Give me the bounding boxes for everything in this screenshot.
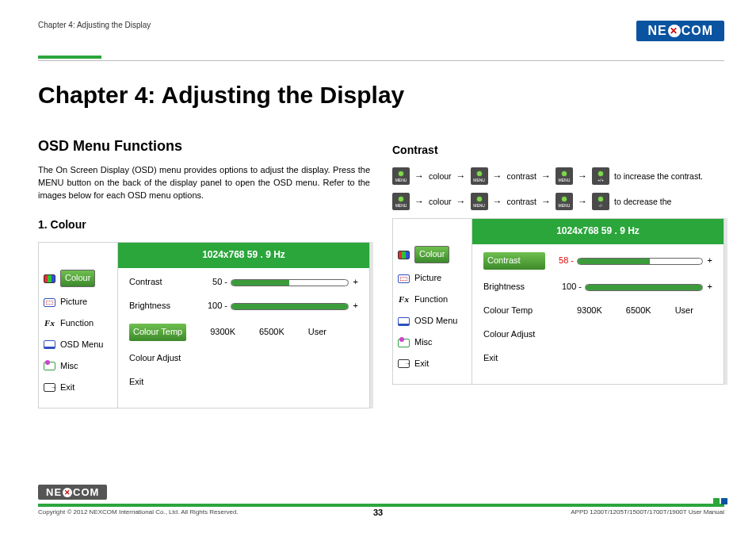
- osd-side-item: Picture: [414, 272, 441, 285]
- osd-row-label: Exit: [129, 376, 199, 389]
- picture-icon: [44, 298, 55, 307]
- menu-button-icon: MENU: [471, 167, 488, 185]
- osd-side-item: Misc: [60, 360, 78, 373]
- osd-side-item: OSD Menu: [414, 315, 457, 328]
- plus-label: +: [353, 276, 358, 289]
- osd-screenshot-colour: Colour Picture FxFunction OSD Menu Misc …: [38, 242, 370, 408]
- plus-label: +: [708, 281, 712, 293]
- osd-row-label: Colour Adjust: [129, 352, 199, 365]
- nav-text: to decrease the: [614, 196, 671, 208]
- osd-header: 1024x768 59 . 9 Hz: [118, 243, 369, 267]
- brightness-slider: [231, 303, 349, 310]
- exit-icon: [44, 383, 55, 392]
- osd-side-item: Exit: [414, 358, 429, 370]
- osd-icon: [44, 340, 55, 349]
- osd-row-label: Contrast: [129, 276, 199, 289]
- nav-sequence-decrease: MENU→ colour→ MENU→ contrast→ MENU→ -/- …: [392, 193, 724, 210]
- osd-icon: [398, 317, 410, 326]
- menu-button-icon: MENU: [471, 193, 488, 210]
- osd-side-item: Picture: [60, 296, 87, 309]
- copyright: Copyright © 2012 NEXCOM International Co…: [38, 508, 239, 516]
- function-icon: Fx: [398, 293, 410, 306]
- osd-side-item: Colour: [414, 246, 449, 263]
- contrast-slider: [231, 279, 349, 286]
- osd-row-value: 50 -: [199, 276, 231, 289]
- function-icon: Fx: [44, 317, 55, 330]
- temp-option: 6500K: [626, 305, 651, 317]
- contrast-slider: [577, 258, 703, 265]
- nav-text: to increase the contrast.: [614, 171, 703, 182]
- colour-icon: [398, 251, 410, 259]
- osd-row-label: Brightness: [483, 281, 553, 293]
- osd-side-item: Function: [60, 317, 94, 330]
- osd-side-item: Function: [414, 293, 448, 306]
- temp-option: User: [308, 326, 326, 339]
- nav-text: contrast: [507, 171, 536, 182]
- plus-label: +: [708, 255, 712, 267]
- osd-row-label: Brightness: [129, 300, 199, 313]
- subsection-heading: 1. Colour: [38, 217, 370, 232]
- misc-icon: [44, 362, 55, 370]
- page-number: 33: [373, 508, 383, 517]
- colour-icon: [44, 274, 55, 283]
- osd-row-value: 100 -: [199, 300, 231, 313]
- nav-sequence-increase: MENU→ colour→ MENU→ contrast→ MENU→ +/+ …: [392, 167, 724, 185]
- osd-side-item: Misc: [414, 336, 433, 349]
- osd-side-item: OSD Menu: [60, 339, 103, 351]
- subsection-heading: Contrast: [392, 142, 724, 158]
- nav-text: contrast: [507, 196, 536, 208]
- brand-logo: NE✕COM: [636, 21, 724, 41]
- brightness-slider: [585, 284, 703, 291]
- corner-decor: [713, 498, 727, 504]
- plus-button-icon: +/+: [592, 167, 609, 185]
- misc-icon: [398, 339, 410, 347]
- osd-row-label: Colour Temp: [483, 305, 553, 317]
- osd-side-item: Colour: [60, 270, 95, 287]
- page-title: Chapter 4: Adjusting the Display: [38, 82, 724, 109]
- osd-row-label: Contrast: [483, 252, 545, 270]
- nav-text: colour: [429, 171, 452, 182]
- minus-button-icon: -/-: [592, 193, 609, 210]
- menu-button-icon: MENU: [392, 193, 410, 210]
- temp-option: 9300K: [210, 326, 235, 339]
- temp-option: 9300K: [577, 305, 602, 317]
- osd-header: 1024x768 59 . 9 Hz: [472, 219, 724, 243]
- menu-button-icon: MENU: [556, 193, 573, 210]
- divider: [38, 60, 724, 61]
- osd-row-value: 100 -: [553, 281, 585, 293]
- temp-option: User: [675, 305, 693, 317]
- manual-ref: APPD 1200T/1205T/1500T/1700T/1900T User …: [571, 508, 724, 516]
- osd-screenshot-contrast: Colour Picture FxFunction OSD Menu Misc …: [392, 218, 724, 385]
- plus-label: +: [353, 300, 358, 313]
- section-heading: OSD Menu Functions: [38, 136, 370, 156]
- osd-row-label: Exit: [483, 352, 553, 365]
- osd-row-value: 58 -: [545, 255, 577, 267]
- osd-side-item: Exit: [60, 382, 74, 394]
- footer-accent: [38, 504, 724, 507]
- footer-logo: NE✕COM: [38, 485, 107, 500]
- accent-bar: [38, 56, 101, 59]
- breadcrumb: Chapter 4: Adjusting the Display: [38, 21, 151, 29]
- picture-icon: [398, 274, 410, 283]
- nav-text: colour: [429, 196, 452, 208]
- exit-icon: [398, 359, 410, 368]
- menu-button-icon: MENU: [392, 167, 410, 185]
- osd-row-label: Colour Temp: [129, 324, 186, 341]
- temp-option: 6500K: [259, 326, 284, 339]
- section-paragraph: The On Screen Display (OSD) menu provide…: [38, 164, 370, 202]
- menu-button-icon: MENU: [556, 167, 573, 185]
- osd-row-label: Colour Adjust: [483, 328, 553, 341]
